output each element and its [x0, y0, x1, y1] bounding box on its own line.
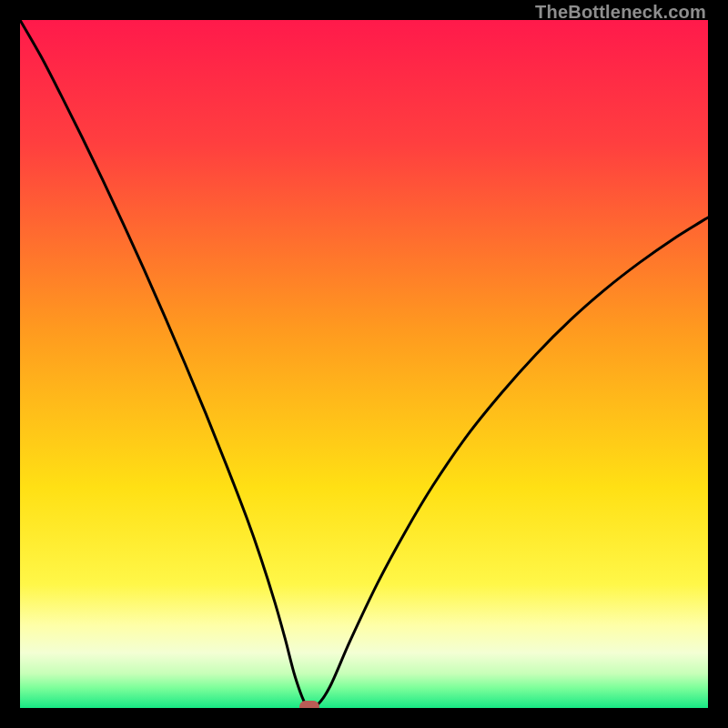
bottleneck-curve	[20, 20, 708, 708]
plot-area	[20, 20, 708, 708]
optimal-point-marker	[299, 701, 319, 708]
chart-frame: TheBottleneck.com	[0, 0, 728, 728]
watermark-text: TheBottleneck.com	[535, 2, 706, 23]
